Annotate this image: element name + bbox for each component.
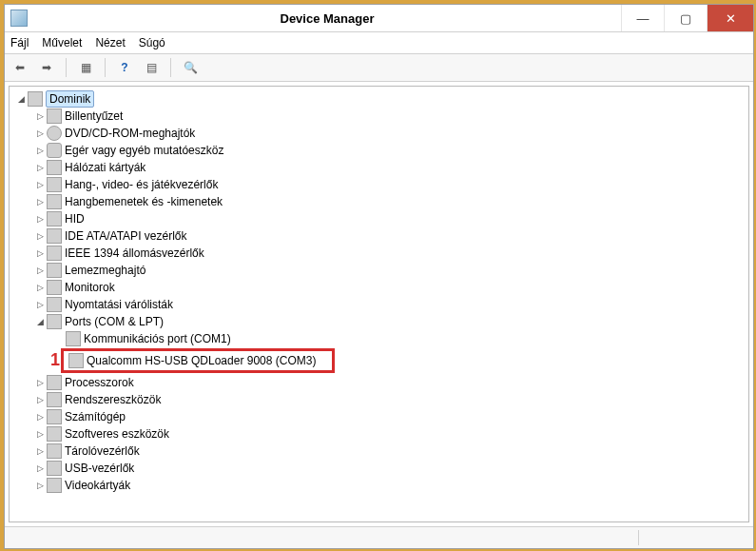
- expander-icon[interactable]: ▷: [34, 110, 46, 122]
- root-label: Dominik: [49, 92, 90, 106]
- category-label: Tárolóvezérlők: [65, 444, 140, 458]
- tree-category[interactable]: ▷Billentyűzet: [10, 108, 748, 125]
- computer-icon: [28, 91, 43, 107]
- tree-category[interactable]: ▷USB-vezérlők: [10, 460, 748, 477]
- port-icon: [68, 353, 84, 368]
- scan-hardware-button[interactable]: 🔍: [179, 56, 202, 79]
- tree-category[interactable]: ▷Processzorok: [10, 374, 748, 391]
- expander-icon[interactable]: ▷: [34, 230, 46, 242]
- expander-icon[interactable]: ▷: [34, 162, 46, 173]
- arrow-left-icon: ⬅: [15, 61, 25, 74]
- expander-icon[interactable]: ▷: [34, 394, 46, 405]
- toolbar-separator: [170, 58, 171, 77]
- status-bar: [5, 526, 753, 548]
- expander-icon[interactable]: ▷: [34, 480, 46, 491]
- device-category-icon: [47, 409, 62, 424]
- expander-icon[interactable]: ▷: [34, 247, 46, 259]
- device-category-icon: [47, 228, 62, 244]
- category-label: IDE ATA/ATAPI vezérlők: [65, 229, 186, 243]
- device-manager-window: Device Manager — ▢ ✕ Fájl Művelet Nézet …: [4, 4, 754, 549]
- help-button[interactable]: ?: [113, 56, 136, 79]
- tree-category[interactable]: ▷Hang-, video- és játékvezérlők: [10, 176, 748, 193]
- expander-icon[interactable]: ▷: [34, 282, 46, 293]
- titlebar[interactable]: Device Manager — ▢ ✕: [5, 5, 753, 32]
- toolbar-separator: [105, 58, 106, 77]
- expander-icon[interactable]: ▷: [34, 213, 46, 225]
- maximize-button[interactable]: ▢: [664, 5, 707, 31]
- category-label: Lemezmeghajtó: [65, 264, 145, 277]
- tree-category[interactable]: ▷IDE ATA/ATAPI vezérlők: [10, 227, 748, 245]
- category-label: DVD/CD-ROM-meghajtók: [65, 127, 195, 140]
- tree-category[interactable]: ▷DVD/CD-ROM-meghajtók: [10, 125, 748, 142]
- device-category-icon: [47, 246, 62, 261]
- expander-icon[interactable]: ▷: [34, 128, 46, 139]
- tree-category[interactable]: ▷Tárolóvezérlők: [10, 443, 748, 460]
- tree-category[interactable]: ▷Egér vagy egyéb mutatóeszköz: [10, 142, 748, 159]
- category-label: Hang-, video- és játékvezérlők: [65, 178, 218, 191]
- device-label: Kommunikációs port (COM1): [84, 332, 231, 345]
- expander-icon[interactable]: ▷: [34, 179, 46, 190]
- toolbar: ⬅ ➡ ▦ ? ▤ 🔍: [5, 54, 753, 82]
- tree-category[interactable]: ▷Monitorok: [10, 279, 748, 296]
- expander-icon[interactable]: ▷: [34, 462, 46, 474]
- category-label: Hálózati kártyák: [65, 161, 145, 174]
- expander-icon[interactable]: ▷: [34, 145, 46, 156]
- tree-root[interactable]: ◢ Dominik: [10, 90, 748, 108]
- device-category-icon: [47, 211, 62, 226]
- forward-button[interactable]: ➡: [35, 56, 58, 79]
- grid-icon: ▦: [81, 61, 91, 74]
- help-icon: ?: [121, 61, 127, 74]
- device-category-icon: [47, 375, 62, 390]
- minimize-button[interactable]: —: [621, 5, 664, 31]
- expander-icon[interactable]: ◢: [15, 93, 27, 105]
- tree-category[interactable]: ▷Nyomtatási várólisták: [10, 296, 748, 313]
- tree-category[interactable]: ▷HID: [10, 210, 748, 227]
- show-hidden-button[interactable]: ▦: [74, 56, 97, 79]
- back-button[interactable]: ⬅: [9, 56, 31, 79]
- close-button[interactable]: ✕: [707, 5, 753, 31]
- app-icon: [10, 10, 28, 27]
- category-label: USB-vezérlők: [65, 462, 134, 475]
- category-label: IEEE 1394 állomásvezérlők: [65, 246, 204, 260]
- expander-icon[interactable]: ▷: [34, 445, 46, 457]
- device-tree[interactable]: ◢ Dominik ▷Billentyűzet▷DVD/CD-ROM-megha…: [9, 86, 749, 522]
- menu-help[interactable]: Súgó: [139, 36, 165, 49]
- expander-icon[interactable]: ▷: [34, 196, 46, 207]
- expander-icon[interactable]: ▷: [34, 265, 46, 276]
- device-category-icon: [47, 194, 62, 209]
- expander-icon[interactable]: ◢: [34, 316, 46, 327]
- toolbar-separator: [66, 58, 67, 77]
- menu-file[interactable]: Fájl: [10, 36, 29, 49]
- menu-view[interactable]: Nézet: [95, 36, 125, 49]
- properties-button[interactable]: ▤: [140, 56, 163, 79]
- tree-category-ports[interactable]: ◢ Ports (COM & LPT): [10, 313, 748, 330]
- expander-icon[interactable]: ▷: [34, 377, 46, 388]
- device-category-icon: [47, 478, 62, 493]
- tree-category[interactable]: ▷Hálózati kártyák: [10, 159, 748, 176]
- menu-bar: Fájl Művelet Nézet Súgó: [5, 32, 753, 54]
- expander-icon[interactable]: ▷: [34, 428, 46, 440]
- category-label: Rendszereszközök: [65, 393, 161, 406]
- tree-category[interactable]: ▷Videokártyák: [10, 477, 748, 494]
- tree-device-com1[interactable]: Kommunikációs port (COM1): [10, 330, 748, 347]
- menu-action[interactable]: Művelet: [42, 36, 82, 49]
- tree-category[interactable]: ▷Hangbemenetek és -kimenetek: [10, 193, 748, 210]
- tree-category[interactable]: ▷Szoftveres eszközök: [10, 425, 748, 443]
- device-category-icon: [47, 280, 62, 295]
- expander-icon[interactable]: ▷: [34, 299, 46, 310]
- annotation-highlight: Qualcomm HS-USB QDLoader 9008 (COM3): [61, 348, 335, 373]
- device-category-icon: [47, 443, 62, 459]
- tree-category[interactable]: ▷Lemezmeghajtó: [10, 262, 748, 279]
- category-label: HID: [65, 212, 85, 226]
- tree-category[interactable]: ▷Rendszereszközök: [10, 391, 748, 408]
- category-label: Billentyűzet: [65, 109, 123, 123]
- category-label: Videokártyák: [65, 479, 130, 492]
- category-label: Számítógép: [65, 410, 126, 423]
- device-category-icon: [47, 461, 62, 476]
- expander-icon[interactable]: ▷: [34, 411, 46, 423]
- category-label: Egér vagy egyéb mutatóeszköz: [65, 144, 223, 157]
- tree-category[interactable]: ▷Számítógép: [10, 408, 748, 425]
- properties-icon: ▤: [146, 61, 157, 74]
- tree-device-qdloader[interactable]: Qualcomm HS-USB QDLoader 9008 (COM3): [64, 352, 332, 369]
- tree-category[interactable]: ▷IEEE 1394 állomásvezérlők: [10, 245, 748, 262]
